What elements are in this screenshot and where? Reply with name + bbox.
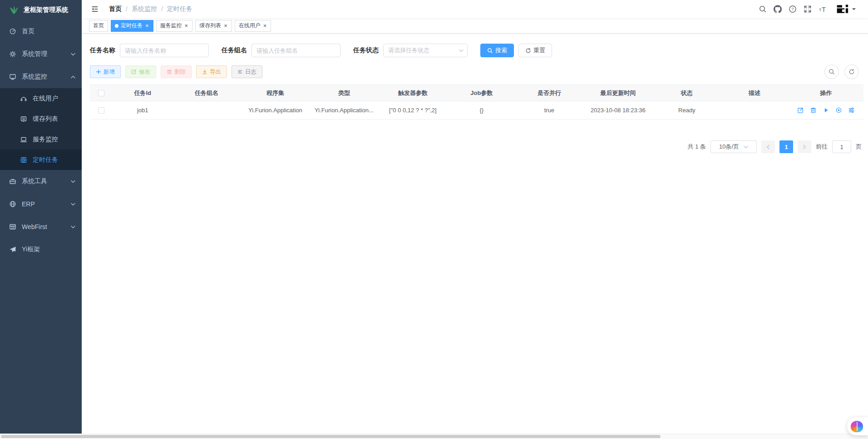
- close-icon[interactable]: ×: [223, 23, 228, 29]
- brain-icon: [851, 421, 863, 432]
- horizontal-scrollbar[interactable]: [0, 434, 868, 439]
- cell-job-params: {}: [448, 101, 515, 120]
- tasks-table: 任务Id 任务组名 程序集 类型 触发器参数 Job参数 是否并行 最后更新时间…: [90, 85, 863, 120]
- tab-online-users[interactable]: 在线用户 ×: [235, 20, 271, 32]
- sidebar-item-label: 系统监控: [22, 73, 71, 81]
- col-task-group: 任务组名: [173, 85, 240, 101]
- tab-cache-list[interactable]: 缓存列表 ×: [195, 20, 232, 32]
- cell-description: [720, 101, 788, 120]
- add-button-label: 新增: [104, 68, 115, 76]
- close-icon[interactable]: ×: [184, 23, 189, 29]
- sidebar-item-label: 首页: [22, 27, 75, 35]
- scrollbar-thumb[interactable]: [1, 435, 661, 438]
- search-icon[interactable]: [759, 5, 767, 13]
- page-size-select[interactable]: 10条/页: [710, 140, 757, 153]
- breadcrumb-separator: /: [126, 5, 128, 13]
- col-type: 类型: [310, 85, 378, 101]
- reset-button[interactable]: 重置: [518, 44, 552, 57]
- goto-unit: 页: [856, 143, 862, 151]
- pagination: 共 1 条 10条/页 1 前往 页: [90, 140, 863, 153]
- task-group-input[interactable]: [252, 44, 340, 57]
- cell-trigger-params: ["0 0 0,12 ? * ?",2]: [378, 101, 448, 120]
- row-log-icon[interactable]: [848, 107, 855, 114]
- breadcrumb-monitor[interactable]: 系统监控: [132, 5, 157, 13]
- export-button[interactable]: 导出: [196, 65, 227, 78]
- app-layout: 意框架管理系统 首页 系统管理: [0, 0, 868, 439]
- help-icon[interactable]: ?: [789, 5, 797, 13]
- sidebar-item-webfirst[interactable]: WebFirst: [0, 215, 82, 238]
- chevron-down-icon: [71, 52, 75, 56]
- cell-concurrent: true: [515, 101, 583, 120]
- tab-scheduled-tasks[interactable]: 定时任务 ×: [111, 20, 153, 32]
- task-name-input[interactable]: [120, 44, 209, 57]
- sidebar-item-service-monitor[interactable]: 服务监控: [0, 129, 82, 150]
- filter-form: 任务名称 任务组名 任务状态 请选择任务状态 搜索: [90, 44, 863, 57]
- sidebar-item-home[interactable]: 首页: [0, 20, 82, 43]
- edit-button[interactable]: 修改: [125, 65, 156, 78]
- monitor-icon: [9, 73, 16, 80]
- row-view-icon[interactable]: [835, 107, 842, 114]
- reset-button-label: 重置: [533, 46, 545, 55]
- logo-bar[interactable]: 意框架管理系统: [0, 0, 82, 20]
- search-button[interactable]: 搜索: [480, 44, 514, 57]
- goto-page-input[interactable]: [832, 140, 851, 153]
- page-number-1[interactable]: 1: [779, 140, 793, 153]
- table-grid-icon: [9, 223, 16, 230]
- refresh-button[interactable]: [844, 65, 859, 79]
- breadcrumb-current: 定时任务: [167, 5, 192, 13]
- prev-page-button[interactable]: [761, 140, 775, 153]
- app-title: 意框架管理系统: [24, 6, 68, 14]
- sidebar-item-system-tools[interactable]: 系统工具: [0, 170, 82, 193]
- delete-button[interactable]: 删除: [161, 65, 192, 78]
- row-run-icon[interactable]: [823, 107, 829, 114]
- sidebar-item-system-management[interactable]: 系统管理: [0, 43, 82, 65]
- task-status-select[interactable]: 请选择任务状态: [383, 44, 468, 57]
- main-area: 首页 / 系统监控 / 定时任务: [82, 0, 868, 439]
- active-dot: [115, 24, 118, 28]
- next-page-button[interactable]: [798, 140, 811, 153]
- fullscreen-icon[interactable]: [804, 5, 812, 13]
- sidebar-item-system-monitor[interactable]: 系统监控: [0, 65, 82, 88]
- svg-text:?: ?: [791, 6, 794, 11]
- add-button[interactable]: 新增: [90, 65, 121, 78]
- leaf-logo-icon: [9, 5, 19, 15]
- sidebar-item-cache-list[interactable]: 缓存列表: [0, 109, 82, 129]
- cell-last-update: 2023-10-08 18:23:36: [583, 101, 653, 120]
- github-icon[interactable]: [774, 5, 782, 13]
- pagination-total: 共 1 条: [688, 143, 706, 151]
- row-edit-icon[interactable]: [797, 107, 804, 114]
- tab-service-monitor[interactable]: 服务监控 ×: [156, 20, 193, 32]
- sidebar-fold-icon[interactable]: [87, 3, 103, 15]
- table-row[interactable]: job1 Yi.Furion.Application Yi.Furion.App…: [90, 101, 863, 120]
- toolbox-icon: [9, 178, 16, 185]
- show-search-toggle-button[interactable]: [824, 65, 839, 79]
- col-job-params: Job参数: [448, 85, 515, 101]
- tab-label: 定时任务: [121, 22, 143, 30]
- table-right-tools: [824, 65, 863, 79]
- export-button-label: 导出: [210, 68, 221, 76]
- row-checkbox[interactable]: [98, 107, 104, 114]
- sidebar-item-scheduled-tasks[interactable]: 定时任务: [0, 150, 82, 170]
- goto-label: 前往: [816, 143, 828, 151]
- chevron-down-icon: [459, 49, 464, 52]
- globe-icon: [9, 200, 16, 208]
- font-size-icon[interactable]: T T: [819, 5, 827, 13]
- close-icon[interactable]: ×: [263, 23, 267, 29]
- headset-icon: [20, 95, 27, 102]
- tab-label: 首页: [93, 22, 104, 30]
- col-status: 状态: [653, 85, 720, 101]
- paper-plane-icon: [9, 246, 16, 253]
- header-checkbox-cell: [90, 85, 113, 101]
- edit-button-label: 修改: [139, 68, 150, 76]
- tab-home[interactable]: 首页: [89, 20, 108, 32]
- sidebar-item-erp[interactable]: ERP: [0, 193, 82, 215]
- select-all-checkbox[interactable]: [98, 90, 104, 96]
- assistant-extension-button[interactable]: [847, 417, 868, 435]
- close-icon[interactable]: ×: [145, 23, 149, 29]
- log-button[interactable]: 日志: [232, 65, 262, 78]
- breadcrumb-home[interactable]: 首页: [109, 5, 122, 13]
- user-menu[interactable]: [835, 2, 856, 16]
- row-delete-icon[interactable]: [810, 107, 817, 114]
- sidebar-item-online-users[interactable]: 在线用户: [0, 88, 82, 109]
- sidebar-item-yi-framework[interactable]: Yi框架: [0, 238, 82, 261]
